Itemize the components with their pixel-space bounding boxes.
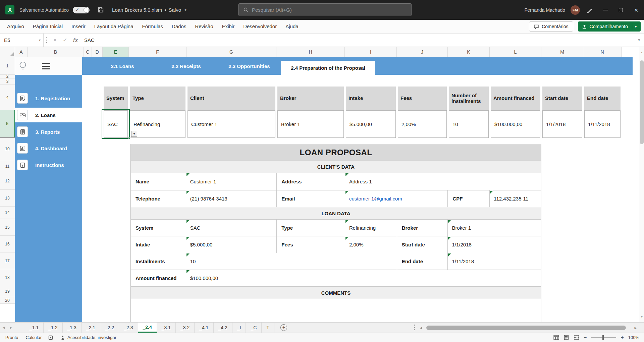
field-type-label[interactable]: Type (276, 220, 345, 236)
sheet-nav-left-icon[interactable]: ◀ (0, 323, 7, 333)
sheet-tab-i[interactable]: _I (232, 323, 246, 333)
sheet-tab-4-1[interactable]: _4.1 (195, 323, 213, 333)
status-calculate[interactable]: Calcular (25, 335, 42, 340)
minimize-button[interactable] (598, 0, 613, 20)
zoom-in-button[interactable]: + (621, 335, 624, 341)
excel-app-icon[interactable]: X (5, 5, 14, 14)
field-address-value[interactable]: Address 1 (345, 173, 541, 190)
row-header-16[interactable]: 16 (0, 236, 15, 252)
horizontal-scroll-thumb[interactable] (426, 326, 626, 330)
field-installments-label[interactable]: Installments (131, 253, 186, 270)
autosave-toggle[interactable]: ✓ (73, 7, 90, 13)
formula-bar-expand-icon[interactable]: ▾ (638, 38, 640, 42)
row-header-1[interactable]: 1 (0, 57, 15, 75)
sheet-tab-3-1[interactable]: _3.1 (157, 323, 176, 333)
new-sheet-button[interactable]: + (280, 324, 287, 331)
column-header-l[interactable]: L (490, 47, 541, 57)
section-loan-data[interactable]: LOAN DATA (131, 207, 541, 219)
menu-icon[interactable] (42, 63, 50, 69)
row-header-4[interactable]: 4 (0, 85, 15, 110)
cancel-button[interactable]: × (50, 37, 60, 43)
ribbon-tab-desenvolvedor[interactable]: Desenvolvedor (239, 20, 281, 33)
field-email-value[interactable]: customer 1@gmail.com (345, 190, 447, 207)
sheet-tab-2-1[interactable]: _2.1 (82, 323, 100, 333)
loans-cell-amount-financed[interactable]: $100.000,00 (491, 110, 540, 138)
enter-button[interactable]: ✓ (60, 37, 70, 43)
field-start-date-label[interactable]: Start date (397, 236, 448, 253)
row-header-14[interactable]: 14 (0, 207, 15, 219)
ribbon-tab-inserir[interactable]: Inserir (67, 20, 90, 33)
sidebar-item-instructions[interactable]: Instructions (15, 158, 82, 172)
data-validation-dropdown[interactable]: ▼ (131, 131, 137, 137)
sidebar-item-3-reports[interactable]: 3. Reports (15, 124, 82, 139)
loans-column-start-date[interactable]: Start date (542, 87, 582, 110)
sheet-tab-c[interactable]: _C (246, 323, 262, 333)
scroll-right-icon[interactable]: ▶ (632, 326, 639, 330)
scroll-up-icon[interactable]: ▲ (639, 48, 644, 57)
workbook-nav-tab-2-2-receipts[interactable]: 2.2 Receipts (156, 57, 216, 75)
field-fees-value[interactable]: 2,00% (345, 236, 397, 253)
field-start-date-value[interactable]: 1/1/2018 (447, 236, 541, 253)
sidebar-item-1-registration[interactable]: 1. Registration (15, 91, 82, 106)
row-header-11[interactable]: 11 (0, 160, 15, 172)
sheet-tab-2-4[interactable]: _2.4 (138, 323, 157, 333)
zoom-thumb[interactable] (602, 335, 604, 340)
sheet-tab-1-3[interactable]: _1.3 (63, 323, 82, 333)
sheet-tab-1-2[interactable]: _1.2 (44, 323, 62, 333)
ribbon-tab-arquivo[interactable]: Arquivo (3, 20, 29, 33)
sheet-tab-2-2[interactable]: _2.2 (100, 323, 119, 333)
loans-column-type[interactable]: Type (130, 87, 185, 110)
row-header-5[interactable]: 5 (0, 110, 15, 138)
field-email-label[interactable]: Email (276, 190, 345, 207)
loans-column-system[interactable]: System (104, 87, 128, 110)
pen-icon[interactable] (587, 7, 593, 13)
field-system-value[interactable]: SAC (186, 220, 277, 236)
insert-function-button[interactable]: fx (70, 37, 80, 43)
row-header-10[interactable]: 10 (0, 138, 15, 160)
loans-column-amount-financed[interactable]: Amount financed (491, 87, 540, 110)
column-header-b[interactable]: B (28, 47, 84, 57)
loans-column-broker[interactable]: Broker (277, 87, 344, 110)
row-header-19[interactable]: 19 (0, 286, 15, 297)
field-broker-value[interactable]: Broker 1 (447, 220, 541, 236)
section-clients-data[interactable]: CLIENT'S DATA (131, 161, 541, 173)
ribbon-tab-layout-da-pagina[interactable]: Layout da Página (90, 20, 138, 33)
row-header-2[interactable]: 2 (0, 75, 15, 78)
name-box-resize-handle[interactable] (44, 37, 50, 44)
avatar[interactable]: FM (571, 5, 580, 15)
sheet-nav-right-icon[interactable]: ▶ (7, 323, 15, 333)
column-header-a[interactable]: A (15, 47, 28, 57)
column-header-m[interactable]: M (541, 47, 583, 57)
field-name-label[interactable]: Name (131, 173, 186, 190)
section-comments[interactable]: COMMENTS (131, 286, 541, 299)
ribbon-tab-pagina-inicial[interactable]: Página Inicial (29, 20, 67, 33)
row-header-15[interactable]: 15 (0, 219, 15, 236)
zoom-level[interactable]: 100% (628, 335, 639, 340)
field-broker-label[interactable]: Broker (397, 220, 448, 236)
status-accessibility[interactable]: Acessibilidade: investigar (67, 335, 116, 340)
macro-record-icon[interactable] (48, 335, 53, 340)
field-installments-value[interactable]: 10 (186, 253, 397, 270)
column-header-k[interactable]: K (448, 47, 490, 57)
row-header-12[interactable]: 12 (0, 172, 15, 190)
field-amount-label[interactable]: Amount financed (131, 270, 186, 286)
row-header-20[interactable]: 20 (0, 297, 15, 304)
field-intake-value[interactable]: $5.000,00 (186, 236, 277, 253)
loans-cell-number-of-installments[interactable]: 10 (449, 110, 489, 138)
page-layout-view-button[interactable] (564, 335, 569, 340)
loans-cell-intake[interactable]: $5.000,00 (346, 110, 396, 138)
fill-handle[interactable] (128, 137, 130, 139)
row-header-13[interactable]: 13 (0, 190, 15, 207)
zoom-out-button[interactable]: − (584, 335, 587, 341)
save-button[interactable] (98, 7, 104, 13)
column-header-c[interactable]: C (84, 47, 92, 57)
loans-cell-client[interactable]: Customer 1 (187, 110, 275, 138)
ribbon-tab-dados[interactable]: Dados (167, 20, 191, 33)
field-intake-label[interactable]: Intake (131, 236, 186, 253)
maximize-button[interactable] (613, 0, 629, 20)
loans-column-number-of-installments[interactable]: Number of installments (449, 87, 489, 110)
loans-cell-broker[interactable]: Broker 1 (277, 110, 344, 138)
column-header-h[interactable]: H (276, 47, 345, 57)
column-header-n[interactable]: N (583, 47, 622, 57)
field-telephone-value[interactable]: (21) 98764-3413 (186, 190, 277, 207)
